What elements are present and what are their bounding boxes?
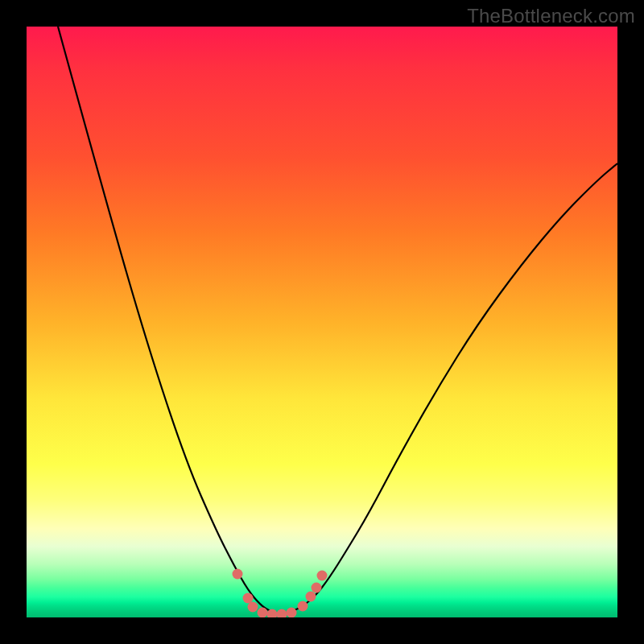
- trough-dot: [312, 583, 322, 593]
- trough-dot: [298, 601, 308, 612]
- trough-dots-group: [233, 569, 328, 618]
- chart-frame: TheBottleneck.com: [0, 0, 644, 644]
- trough-dot: [277, 609, 287, 618]
- trough-dot: [258, 608, 268, 618]
- trough-dot: [317, 571, 328, 581]
- trough-dot: [248, 602, 258, 613]
- trough-dot: [306, 592, 316, 602]
- curve-path: [58, 27, 617, 613]
- trough-dot: [287, 608, 297, 618]
- trough-dot: [243, 593, 254, 604]
- plot-area: [27, 27, 617, 617]
- bottleneck-curve: [58, 27, 617, 613]
- watermark-text: TheBottleneck.com: [467, 5, 635, 27]
- trough-dot: [233, 569, 243, 580]
- chart-svg: [27, 27, 617, 617]
